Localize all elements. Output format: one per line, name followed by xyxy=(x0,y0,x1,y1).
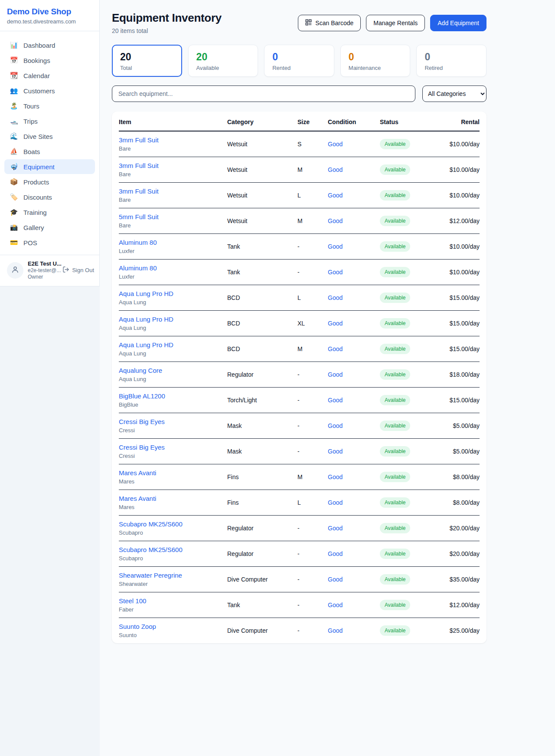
sidebar-item-discounts[interactable]: 🏷️ Discounts xyxy=(4,190,95,204)
stat-card-rented[interactable]: 0 Rented xyxy=(264,45,334,77)
sidebar-item-trips[interactable]: 🛥️ Trips xyxy=(4,114,95,128)
table-row: Cressi Big Eyes Cressi Mask - Good Avail… xyxy=(119,439,480,464)
item-name-link[interactable]: Aqualung Core xyxy=(119,367,227,374)
item-name-link[interactable]: 5mm Full Suit xyxy=(119,213,227,220)
item-name-link[interactable]: 3mm Full Suit xyxy=(119,187,227,195)
condition-link[interactable]: Good xyxy=(328,473,343,480)
item-name-link[interactable]: Suunto Zoop xyxy=(119,623,227,630)
item-name-link[interactable]: Aluminum 80 xyxy=(119,239,227,246)
condition-link[interactable]: Good xyxy=(328,166,343,173)
condition-link[interactable]: Good xyxy=(328,422,343,429)
item-name-link[interactable]: Shearwater Peregrine xyxy=(119,572,227,579)
item-size: M xyxy=(297,217,328,224)
item-category: Regulator xyxy=(227,550,297,557)
sidebar-item-equipment[interactable]: 🤿 Equipment xyxy=(4,159,95,174)
manage-rentals-button[interactable]: Manage Rentals xyxy=(366,15,425,31)
item-size: L xyxy=(297,294,328,301)
status-badge: Available xyxy=(380,497,410,508)
sidebar-item-pos[interactable]: 💳 POS xyxy=(4,235,95,250)
sidebar-item-training[interactable]: 🎓 Training xyxy=(4,205,95,220)
condition-link[interactable]: Good xyxy=(328,627,343,634)
item-brand: Shearwater xyxy=(119,581,227,587)
item-name-link[interactable]: Cressi Big Eyes xyxy=(119,444,227,451)
condition-link[interactable]: Good xyxy=(328,448,343,455)
item-name-link[interactable]: 3mm Full Suit xyxy=(119,136,227,144)
condition-link[interactable]: Good xyxy=(328,576,343,583)
stat-card-retired[interactable]: 0 Retired xyxy=(416,45,486,77)
header-actions: Scan Barcode Manage Rentals Add Equipmen… xyxy=(298,11,486,31)
item-name-link[interactable]: Mares Avanti xyxy=(119,469,227,477)
stat-card-maintenance[interactable]: 0 Maintenance xyxy=(340,45,411,77)
item-brand: Mares xyxy=(119,478,227,485)
condition-link[interactable]: Good xyxy=(328,602,343,608)
sidebar-item-tours[interactable]: 🏝️ Tours xyxy=(4,99,95,113)
item-name-link[interactable]: Aqua Lung Pro HD xyxy=(119,341,227,348)
item-name-link[interactable]: Mares Avanti xyxy=(119,495,227,502)
dive-sites-icon: 🌊 xyxy=(10,132,18,140)
sidebar-item-dashboard[interactable]: 📊 Dashboard xyxy=(4,38,95,53)
item-category: BCD xyxy=(227,345,297,352)
item-name-link[interactable]: Aqua Lung Pro HD xyxy=(119,316,227,323)
sign-out-button[interactable]: Sign Out xyxy=(62,266,94,274)
condition-link[interactable]: Good xyxy=(328,269,343,276)
condition-link[interactable]: Good xyxy=(328,320,343,327)
stat-card-total[interactable]: 20 Total xyxy=(112,45,182,77)
rental-rate: $20.00/day xyxy=(445,550,480,557)
condition-link[interactable]: Good xyxy=(328,217,343,224)
condition-link[interactable]: Good xyxy=(328,525,343,532)
item-name-link[interactable]: Scubapro MK25/S600 xyxy=(119,520,227,528)
condition-link[interactable]: Good xyxy=(328,550,343,557)
stat-value: 20 xyxy=(196,51,250,63)
scan-barcode-button[interactable]: Scan Barcode xyxy=(298,15,361,31)
category-select[interactable]: All Categories xyxy=(422,85,486,102)
item-brand: Bare xyxy=(119,222,227,229)
item-category: Mask xyxy=(227,422,297,429)
item-name-link[interactable]: Scubapro MK25/S600 xyxy=(119,546,227,553)
condition-link[interactable]: Good xyxy=(328,243,343,250)
sidebar-item-calendar[interactable]: 📆 Calendar xyxy=(4,68,95,83)
item-name-link[interactable]: Cressi Big Eyes xyxy=(119,418,227,425)
item-category: Regulator xyxy=(227,371,297,378)
discounts-icon: 🏷️ xyxy=(10,193,18,201)
condition-link[interactable]: Good xyxy=(328,345,343,352)
condition-link[interactable]: Good xyxy=(328,499,343,506)
item-size: M xyxy=(297,473,328,480)
sidebar-item-products[interactable]: 📦 Products xyxy=(4,174,95,189)
item-name-link[interactable]: Aqua Lung Pro HD xyxy=(119,290,227,297)
customers-icon: 👥 xyxy=(10,87,18,95)
condition-link[interactable]: Good xyxy=(328,397,343,404)
condition-link[interactable]: Good xyxy=(328,371,343,378)
sidebar-item-bookings[interactable]: 📅 Bookings xyxy=(4,53,95,68)
item-name-link[interactable]: 3mm Full Suit xyxy=(119,162,227,169)
stats-row: 20 Total 20 Available 0 Rented 0 Mainten… xyxy=(112,45,486,77)
search-input[interactable] xyxy=(112,85,415,102)
condition-link[interactable]: Good xyxy=(328,141,343,148)
stat-value: 0 xyxy=(349,51,402,63)
avatar xyxy=(7,262,23,279)
rental-rate: $10.00/day xyxy=(445,166,480,173)
item-category: Dive Computer xyxy=(227,576,297,583)
add-equipment-button[interactable]: Add Equipment xyxy=(430,15,486,31)
item-size: - xyxy=(297,448,328,455)
user-meta: E2E Test U... e2e-tester@... Owner xyxy=(28,260,58,280)
item-name-link[interactable]: Steel 100 xyxy=(119,597,227,605)
condition-link[interactable]: Good xyxy=(328,294,343,301)
table-row: Aluminum 80 Luxfer Tank - Good Available… xyxy=(119,260,480,285)
condition-link[interactable]: Good xyxy=(328,192,343,199)
sidebar-item-boats[interactable]: ⛵ Boats xyxy=(4,144,95,159)
table-row: Suunto Zoop Suunto Dive Computer - Good … xyxy=(119,618,480,643)
user-name: E2E Test U... xyxy=(28,260,58,267)
boats-icon: ⛵ xyxy=(10,148,18,155)
table-body: 3mm Full Suit Bare Wetsuit S Good Availa… xyxy=(119,131,480,643)
item-name-link[interactable]: Aluminum 80 xyxy=(119,264,227,272)
rental-rate: $12.00/day xyxy=(445,217,480,224)
rental-rate: $12.00/day xyxy=(445,602,480,608)
sidebar-item-customers[interactable]: 👥 Customers xyxy=(4,83,95,98)
page-header: Equipment Inventory 20 items total Scan … xyxy=(112,11,486,34)
item-brand: Cressi xyxy=(119,427,227,434)
item-category: Wetsuit xyxy=(227,166,297,173)
sidebar-item-dive-sites[interactable]: 🌊 Dive Sites xyxy=(4,129,95,144)
item-name-link[interactable]: BigBlue AL1200 xyxy=(119,392,227,400)
stat-card-available[interactable]: 20 Available xyxy=(188,45,258,77)
sidebar-item-gallery[interactable]: 📸 Gallery xyxy=(4,220,95,235)
